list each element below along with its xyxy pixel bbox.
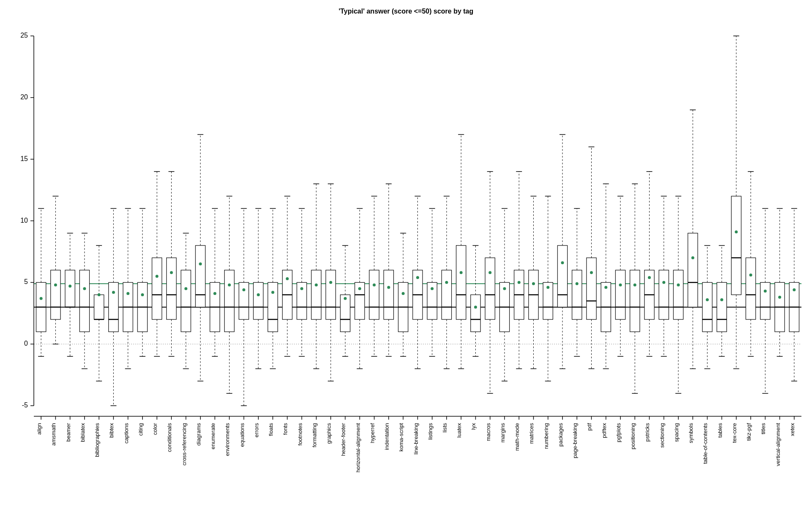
mean-dot <box>98 293 101 296</box>
box <box>253 282 263 319</box>
box <box>311 270 321 319</box>
x-tick-label: titles <box>760 423 766 434</box>
x-tick-label: bibliographies <box>94 423 100 457</box>
x-tick-label: errors <box>253 423 260 437</box>
box <box>456 246 466 319</box>
mean-dot <box>170 271 173 274</box>
y-tick-label: 20 <box>20 93 28 101</box>
box <box>746 258 755 319</box>
mean-dot <box>590 271 593 274</box>
mean-dot <box>576 282 579 285</box>
mean-dot <box>402 292 405 295</box>
x-tick-label: beamer <box>65 423 71 442</box>
x-tick-label: xetex <box>789 423 796 437</box>
box <box>572 270 582 319</box>
x-tick-label: tikz-pgf <box>746 423 752 441</box>
x-tick-label: lists <box>442 423 448 433</box>
x-tick-label: fonts <box>282 423 288 435</box>
mean-dot <box>387 286 390 289</box>
x-tick-label: pstricks <box>644 423 650 442</box>
mean-dot <box>445 281 448 284</box>
mean-dot <box>793 288 796 291</box>
mean-dot <box>300 287 303 290</box>
mean-dot <box>69 285 71 288</box>
mean-dot <box>272 291 274 294</box>
mean-dot <box>329 281 332 284</box>
mean-dot <box>141 293 144 296</box>
x-tick-label: macros <box>485 423 491 441</box>
x-tick-label: page-breaking <box>572 423 578 458</box>
mean-dot <box>691 257 694 259</box>
mean-dot <box>286 277 289 280</box>
mean-dot <box>373 284 376 287</box>
mean-dot <box>634 284 636 287</box>
box <box>369 270 379 319</box>
mean-dot <box>720 298 723 301</box>
mean-dot <box>416 276 419 279</box>
x-tick-label: align <box>36 423 42 434</box>
y-tick-label: 10 <box>20 217 28 224</box>
y-tick-label: -5 <box>22 401 28 409</box>
chart-title: 'Typical' answer (score <=50) score by t… <box>0 8 812 15</box>
x-tick-label: margins <box>499 423 506 443</box>
y-tick-label: 15 <box>20 155 28 162</box>
box <box>152 258 162 319</box>
x-tick-label: tex-core <box>731 423 738 443</box>
mean-dot <box>532 282 535 285</box>
x-tick-label: symbols <box>688 423 694 443</box>
mean-dot <box>344 297 347 300</box>
mean-dot <box>214 292 217 295</box>
box <box>717 282 727 332</box>
mean-dot <box>488 271 491 274</box>
x-tick-label: amsmath <box>50 423 57 445</box>
box <box>51 270 60 319</box>
box <box>731 196 741 295</box>
x-tick-label: formatting <box>311 423 318 448</box>
y-tick-label: 5 <box>24 278 28 285</box>
mean-dot <box>257 293 260 296</box>
mean-dot <box>431 287 433 290</box>
x-tick-label: spacing <box>673 423 680 442</box>
x-tick-label: tables <box>717 423 723 438</box>
x-tick-label: cross-referencing <box>181 423 187 465</box>
mean-dot <box>228 284 231 287</box>
x-tick-label: lyx <box>470 423 477 430</box>
x-tick-label: header-footer <box>340 423 346 456</box>
mean-dot <box>83 287 86 290</box>
box <box>659 270 669 319</box>
y-tick-label: 0 <box>24 340 28 347</box>
x-tick-label: line-breaking <box>413 423 419 454</box>
x-tick-label: indentation <box>384 423 390 450</box>
y-tick-label: 25 <box>20 32 28 39</box>
x-tick-label: captions <box>123 423 129 444</box>
box <box>471 295 480 332</box>
mean-dot <box>677 284 680 287</box>
x-tick-label: pdf <box>586 423 593 431</box>
mean-dot <box>706 298 709 301</box>
box <box>167 258 176 319</box>
x-tick-label: floats <box>268 423 274 437</box>
x-tick-label: luatex <box>456 423 462 438</box>
x-tick-label: pdftex <box>601 423 607 438</box>
box <box>65 270 75 307</box>
x-tick-label: enumerate <box>210 423 216 449</box>
mean-dot <box>648 276 651 279</box>
box <box>340 295 350 332</box>
mean-dot <box>749 273 752 276</box>
mean-dot <box>546 286 549 289</box>
box <box>587 258 596 319</box>
mean-dot <box>199 262 202 265</box>
x-tick-label: graphics <box>326 423 332 444</box>
box <box>239 282 249 319</box>
x-tick-label: footnotes <box>297 423 303 446</box>
box <box>673 270 683 319</box>
mean-dot <box>40 297 43 300</box>
box <box>326 270 335 319</box>
box <box>442 270 451 319</box>
mean-dot <box>778 296 781 299</box>
box <box>195 246 205 307</box>
box <box>109 282 118 332</box>
x-tick-label: equations <box>239 423 245 447</box>
mean-dot <box>619 284 622 287</box>
mean-dot <box>315 284 318 287</box>
